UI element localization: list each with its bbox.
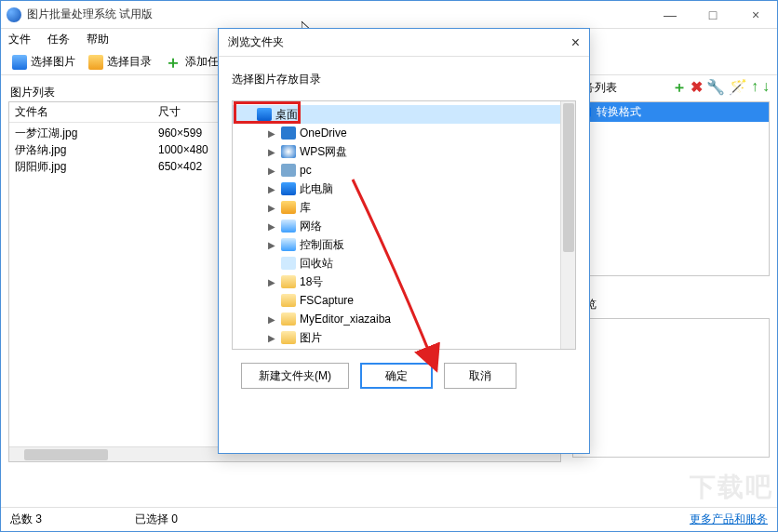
library-icon [281,201,296,214]
onedrive-icon [281,126,296,140]
col-filename[interactable]: 文件名 [9,104,158,120]
status-total: 总数 3 [10,512,42,527]
close-button[interactable]: × [734,1,777,29]
dialog-close-button[interactable]: × [571,34,580,51]
menu-file[interactable]: 文件 [8,32,31,47]
col-size[interactable]: 尺寸 [158,104,181,120]
control-panel-icon [281,238,296,251]
ok-button[interactable]: 确定 [360,363,433,389]
tree-node-control[interactable]: ▶控制面板 [233,235,575,254]
menu-task[interactable]: 任务 [47,32,70,47]
task-list: 转换格式 [572,101,770,276]
dialog-title: 浏览文件夹 [228,34,571,50]
window-title: 图片批量处理系统 试用版 [27,7,649,22]
more-products-link[interactable]: 更多产品和服务 [690,512,768,527]
tree-node-thispc[interactable]: ▶此电脑 [233,180,575,198]
browse-folder-dialog: 浏览文件夹 × 选择图片存放目录 桌面 ▶OneDrive ▶WPS网盘 ▶pc… [218,28,590,454]
preview-box [572,318,770,458]
dialog-buttons: 新建文件夹(M) 确定 取消 [232,350,576,402]
minimize-button[interactable]: — [649,1,691,29]
network-icon [281,219,296,233]
maximize-button[interactable]: □ [691,1,734,29]
select-image-button[interactable]: 选择图片 [8,52,79,72]
tree-node-folder[interactable]: ▶MyEditor_xiazaiba [233,310,575,328]
tree-node-folder[interactable]: FSCapture [233,291,575,310]
preview-label: 预览 [574,297,770,313]
tree-node-library[interactable]: ▶库 [233,198,575,217]
task-up-icon[interactable]: ↑ [751,78,758,98]
folder-tree-wrap: 桌面 ▶OneDrive ▶WPS网盘 ▶pc ▶此电脑 ▶库 ▶网络 ▶控制面… [232,100,576,350]
task-add-icon[interactable]: ＋ [672,78,687,98]
dialog-titlebar: 浏览文件夹 × [219,29,589,57]
task-panel: 任务列表 ＋ ✖ 🔧 🪄 ↑ ↓ 转换格式 预览 [572,77,770,458]
tree-node-folder[interactable]: ▶图片 [233,328,575,347]
wps-icon [281,145,296,158]
folder-icon [281,275,296,288]
tree-node-network[interactable]: ▶网络 [233,217,575,235]
status-selected: 已选择 0 [135,512,178,527]
dialog-prompt: 选择图片存放目录 [232,72,576,87]
add-task-label: 添加任 [185,54,219,70]
select-dir-label: 选择目录 [107,54,152,70]
task-wand-icon[interactable]: 🪄 [729,78,747,98]
new-folder-button[interactable]: 新建文件夹(M) [241,363,349,389]
tree-scrollbar[interactable] [560,101,575,349]
statusbar: 总数 3 已选择 0 更多产品和服务 [1,507,777,531]
task-config-icon[interactable]: 🔧 [706,78,725,98]
folder-icon [281,294,296,307]
task-item[interactable]: 转换格式 [573,102,769,122]
folder-icon [88,55,103,70]
cancel-button[interactable]: 取消 [444,363,516,389]
pc-icon [281,182,296,195]
user-icon [281,164,296,177]
add-task-button[interactable]: ＋添加任 [161,52,222,72]
titlebar: 图片批量处理系统 试用版 — □ × [1,1,777,29]
tree-node-recycle[interactable]: 回收站 [233,254,575,273]
tree-node-desktop[interactable]: 桌面 [233,105,575,124]
tree-node-wps[interactable]: ▶WPS网盘 [233,142,575,161]
task-down-icon[interactable]: ↓ [762,78,770,98]
task-remove-icon[interactable]: ✖ [691,78,703,98]
plus-icon: ＋ [165,56,181,69]
desktop-icon [257,108,272,121]
tree-node-user[interactable]: ▶pc [233,161,575,180]
folder-icon [281,313,296,326]
folder-icon [281,331,296,344]
select-image-label: 选择图片 [31,54,75,70]
task-item-label: 转换格式 [597,104,641,120]
folder-tree[interactable]: 桌面 ▶OneDrive ▶WPS网盘 ▶pc ▶此电脑 ▶库 ▶网络 ▶控制面… [232,100,576,350]
select-dir-button[interactable]: 选择目录 [85,52,155,72]
image-icon [12,55,27,70]
tree-node-onedrive[interactable]: ▶OneDrive [233,124,575,142]
recycle-icon [281,257,296,270]
tree-node-folder[interactable]: ▶18号 [233,273,575,291]
menu-help[interactable]: 帮助 [87,32,109,47]
app-icon [7,7,21,22]
